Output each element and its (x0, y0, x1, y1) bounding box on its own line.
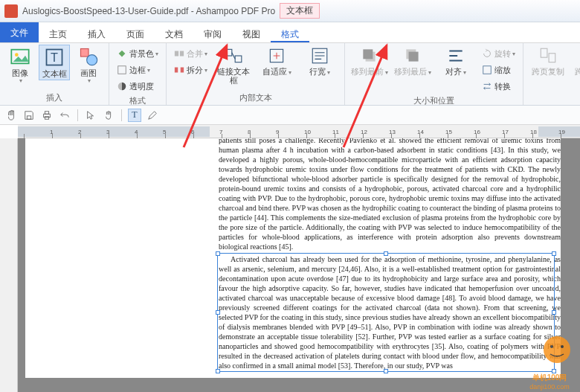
pointer-button[interactable] (84, 109, 97, 122)
menu-review[interactable]: 审阅 (193, 22, 232, 42)
text-tool-button[interactable]: T (128, 109, 141, 122)
quick-toolbar: T (0, 106, 580, 125)
pencil-icon (147, 110, 158, 121)
ribbon-group-crosspage: 跨页复制 跨页删除 (523, 43, 580, 105)
textframe-icon: T (44, 47, 65, 68)
split-button[interactable]: 拆分▾ (171, 62, 210, 77)
opacity-button[interactable]: 透明度 (114, 79, 161, 94)
svg-rect-11 (181, 68, 184, 73)
separator (121, 109, 122, 121)
svg-rect-10 (175, 68, 178, 73)
separator (77, 109, 78, 121)
image-icon (10, 46, 30, 67)
scale-icon (482, 65, 492, 75)
ribbon-group-format: 背景色▾ 边框▾ 透明度 格式 (109, 43, 167, 105)
print-button[interactable] (40, 109, 54, 122)
hand-tool-button[interactable] (4, 109, 18, 122)
svg-point-32 (550, 345, 553, 348)
svg-point-33 (561, 345, 564, 348)
copy-pages-icon (538, 46, 558, 65)
bgcolor-button[interactable]: 背景色▾ (114, 46, 161, 61)
menu-bar: 文件 主页 插入 页面 文档 审阅 视图 格式 (0, 22, 580, 43)
print-icon (42, 110, 52, 121)
text-icon: T (132, 109, 137, 121)
scale-button[interactable]: 缩放 (479, 62, 518, 77)
align-button[interactable]: 对齐▾ (436, 45, 476, 79)
linkframe-button[interactable]: 链接文本框 (213, 45, 254, 86)
svg-rect-4 (81, 49, 89, 57)
bucket-icon (117, 48, 127, 59)
menu-file[interactable]: 文件 (0, 22, 39, 42)
convert-button[interactable]: 转换 (479, 79, 518, 94)
selected-text-frame[interactable]: Activated charcoal has already been used… (219, 254, 561, 370)
save-button[interactable] (22, 109, 36, 122)
group-label-crosspage (528, 93, 580, 105)
draw-button[interactable]: 画图▾ (73, 45, 104, 86)
convert-icon (482, 81, 492, 91)
send-back-icon (403, 46, 422, 65)
hand-icon (103, 110, 114, 121)
svg-point-31 (544, 336, 570, 363)
shapes-icon (78, 46, 99, 67)
crosspage-copy-button[interactable]: 跨页复制 (528, 45, 568, 77)
document-viewport[interactable]: patients still poses a challenge. Recent… (18, 138, 580, 392)
linewidth-button[interactable]: 行宽▾ (300, 45, 340, 79)
chevron-down-icon: ▾ (88, 77, 91, 84)
page: patients still poses a challenge. Recent… (25, 138, 561, 378)
chevron-down-icon: ▾ (19, 77, 22, 84)
menu-insert[interactable]: 插入 (77, 22, 116, 42)
group-label-format: 格式 (114, 94, 161, 108)
svg-rect-21 (541, 48, 547, 57)
opacity-icon (117, 81, 127, 91)
svg-rect-20 (483, 66, 492, 74)
menu-document[interactable]: 文档 (155, 22, 193, 42)
paragraph[interactable]: patients still poses a challenge. Recent… (219, 138, 561, 251)
toback-button[interactable]: 移到最后▾ (393, 45, 433, 79)
ribbon-group-insert: 图像▾ T 文本框 画图▾ 插入 (0, 43, 109, 105)
svg-rect-22 (549, 54, 555, 62)
hand2-button[interactable] (102, 109, 115, 122)
svg-rect-9 (180, 51, 184, 57)
link-frame-icon (224, 46, 243, 65)
border-icon (117, 65, 127, 75)
linewidth-icon (310, 46, 329, 65)
group-label-innertext: 内部文本 (171, 91, 340, 105)
menu-page[interactable]: 页面 (116, 22, 155, 42)
edit-tool-button[interactable] (146, 109, 159, 122)
title-bar: Auslogics-BoostSpeed-13-User-Guide.pdf -… (0, 0, 580, 22)
svg-rect-17 (363, 49, 373, 59)
undo-icon (59, 110, 70, 121)
autofit-button[interactable]: 自适应▾ (257, 45, 297, 79)
ribbon-group-sizepos: 移到最前▾ 移到最后▾ 对齐▾ 旋转▾ 缩放 转换 大小和位置 (345, 43, 523, 105)
tofront-button[interactable]: 移到最前▾ (349, 45, 390, 79)
ribbon-group-innertext: 合并▾ 拆分▾ 链接文本框 自适应▾ 行宽▾ 内部文本 (167, 43, 345, 105)
svg-rect-27 (45, 111, 48, 114)
merge-button[interactable]: 合并▾ (171, 46, 210, 61)
pointer-icon (86, 110, 96, 121)
vertical-ruler[interactable] (0, 138, 18, 392)
svg-text:T: T (51, 51, 58, 64)
menu-format[interactable]: 格式 (271, 22, 309, 42)
align-icon (446, 46, 465, 65)
svg-rect-19 (409, 52, 419, 62)
app-icon (4, 4, 18, 18)
context-badge: 文本框 (280, 3, 320, 19)
svg-point-1 (15, 53, 19, 57)
split-icon (174, 65, 184, 75)
hand-icon (6, 110, 16, 121)
svg-rect-8 (175, 51, 178, 57)
menu-view[interactable]: 视图 (232, 22, 271, 42)
border-button[interactable]: 边框▾ (114, 62, 161, 77)
rotate-button[interactable]: 旋转▾ (479, 46, 518, 61)
menu-home[interactable]: 主页 (39, 22, 77, 42)
image-button[interactable]: 图像▾ (4, 45, 36, 86)
ribbon: 图像▾ T 文本框 画图▾ 插入 背景色▾ 边框▾ 透明度 格式 (0, 43, 580, 106)
undo-button[interactable] (58, 109, 71, 122)
group-label-sizepos: 大小和位置 (349, 94, 518, 108)
horizontal-ruler[interactable]: 12345678910111213141516171819 (18, 125, 580, 138)
crosspage-delete-button[interactable]: 跨页删除 (571, 45, 580, 77)
textframe-button[interactable]: T 文本框 (39, 45, 70, 80)
svg-point-5 (87, 55, 97, 65)
save-icon (24, 110, 34, 121)
window-title: Auslogics-BoostSpeed-13-User-Guide.pdf -… (22, 6, 275, 16)
